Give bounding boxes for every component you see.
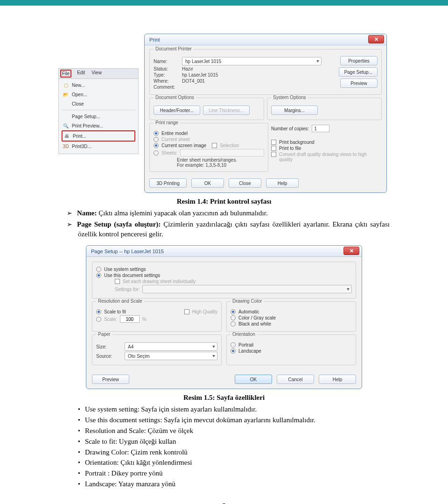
figure-print-dialog: File Edit View ▢New... 📂Open... Close Pa… [58, 34, 390, 193]
printer-select-value: hp LaserJet 1015 [185, 59, 221, 64]
note-item: Landscape: Yatay manzara yönü [86, 479, 390, 489]
group-document-options: Document Options Header/Footer... Line T… [149, 98, 264, 120]
header-footer-button[interactable]: Header/Footer... [154, 106, 200, 115]
group-settings-source: Use system settings Use this document se… [92, 262, 356, 298]
radio-use-system[interactable] [96, 267, 101, 272]
menu-item-label: Page Setup... [72, 114, 100, 119]
figure-caption-1: Resim 1.4: Print kontrol sayfası [58, 198, 390, 206]
paper-size-select[interactable]: A4 [125, 342, 217, 351]
menu-edit[interactable]: Edit [76, 70, 86, 78]
radio-entire-model[interactable] [154, 131, 159, 136]
settings-for-select [142, 285, 352, 293]
ok-button[interactable]: OK [235, 375, 272, 384]
copies-input[interactable]: 1 [312, 125, 329, 132]
titlebar[interactable]: Page Setup -- hp LaserJet 1015 ✕ [86, 246, 362, 257]
label-automatic: Automatic [238, 309, 259, 314]
3d-printing-button[interactable]: 3D Printing [149, 178, 187, 188]
note-item: Orientation: Çıktı kâğıt yönlendirmesi [86, 458, 390, 468]
titlebar[interactable]: Print ✕ [145, 34, 386, 45]
radio-current-screen[interactable] [154, 143, 159, 148]
group-label: Drawing Color [231, 298, 264, 304]
printer-select[interactable]: hp LaserJet 1015 [182, 57, 322, 65]
new-icon: ▢ [63, 82, 69, 88]
close-button[interactable]: ✕ [343, 247, 359, 255]
close-button[interactable]: ✕ [368, 35, 384, 43]
group-document-printer: Document Printer Name: hp LaserJet 1015 … [149, 49, 382, 95]
radio-black-white[interactable] [231, 321, 236, 327]
menubar: File Edit View [59, 69, 138, 79]
radio-scale-to-fit[interactable] [96, 309, 101, 314]
menu-item-print3d[interactable]: 3DPrint3D... [62, 142, 135, 151]
properties-button[interactable]: Properties [340, 56, 378, 65]
radio-use-document[interactable] [96, 273, 101, 278]
menu-item-new[interactable]: ▢New... [62, 80, 135, 90]
menu-item-page-setup[interactable]: Page Setup... [62, 112, 135, 121]
scale-input[interactable] [120, 315, 140, 323]
menu-file[interactable]: File [60, 70, 71, 78]
label-comment: Comment: [154, 85, 179, 90]
radio-color-gray[interactable] [231, 315, 236, 320]
label-status: Status: [154, 66, 179, 71]
paper-source-select[interactable]: Oto Seçim [125, 352, 217, 360]
group-label: Resolution and Scale [96, 298, 144, 304]
figure-caption-2: Resim 1.5: Sayfa özellikleri [58, 394, 390, 402]
label-current-sheet: Current sheet [161, 137, 190, 142]
menu-item-print-preview[interactable]: 🔍Print Preview... [62, 121, 135, 130]
preview-button[interactable]: Preview [340, 78, 378, 88]
group-resolution-scale: Resolution and Scale Scale to fit High Q… [92, 301, 222, 332]
label-portrait: Portrait [238, 342, 253, 348]
help-button[interactable]: Help [319, 375, 356, 384]
close-file-icon [63, 100, 69, 107]
notes-list-1: Name: Çıktı alma işlemini yapacak olan y… [58, 208, 390, 239]
note-bold: Page Setup (sayfa oluştur): [77, 220, 161, 228]
menu-item-print[interactable]: 🖶Print... [62, 130, 135, 142]
line-thickness-button[interactable]: Line Thickness... [203, 106, 250, 115]
radio-scale[interactable] [96, 317, 101, 322]
label-source: Source: [96, 354, 122, 359]
label-percent: % [142, 317, 147, 322]
menu-item-close[interactable]: Close [62, 99, 135, 108]
note-item: Use system setting: Sayfa için sistem ay… [86, 405, 390, 414]
preview-button[interactable]: Preview [92, 375, 129, 384]
label-use-document: Use this document settings [104, 273, 160, 278]
label-landscape: Landscape [238, 348, 261, 354]
note-bold: Name: [77, 209, 97, 217]
checkbox-print-bg[interactable] [271, 140, 276, 145]
cancel-button[interactable]: Cancel [277, 375, 314, 384]
label-type: Type: [154, 72, 179, 78]
ok-button[interactable]: OK [191, 178, 224, 188]
label-print-file: Print to file [279, 146, 301, 151]
radio-landscape[interactable] [231, 348, 236, 354]
menu-item-label: New... [72, 83, 85, 88]
help-button[interactable]: Help [266, 178, 299, 188]
paper-source-value: Oto Seçim [128, 354, 150, 359]
group-paper: Paper Size: A4 Source: Oto Seçim [92, 334, 222, 365]
note-item: Page Setup (sayfa oluştur): Çizimlerin y… [78, 220, 390, 239]
group-drawing-color: Drawing Color Automatic Color / Gray sca… [226, 301, 356, 332]
page-setup-button[interactable]: Page Setup... [339, 67, 378, 77]
dialog-close-button[interactable]: Close [229, 178, 261, 188]
page-number: 5 [58, 502, 390, 504]
label-scale: Scale: [104, 317, 117, 322]
open-icon: 📂 [63, 91, 69, 98]
margins-button[interactable]: Margins... [271, 106, 318, 115]
top-accent-bar [0, 0, 448, 6]
checkbox-set-each [115, 279, 120, 284]
checkbox-print-file[interactable] [271, 146, 276, 151]
radio-portrait[interactable] [231, 342, 236, 348]
sheets-hint-2: For example: 1,3,5-8,10 [177, 163, 264, 168]
sheets-hint-1: Enter sheet numbers/ranges. [177, 157, 264, 163]
sheets-input [180, 149, 264, 156]
notes-list-2: Use system setting: Sayfa için sistem ay… [58, 405, 390, 489]
dialog-title: Print [149, 37, 160, 43]
checkbox-high-quality [184, 309, 189, 314]
group-label: Print range [154, 120, 180, 125]
page-setup-icon [63, 113, 69, 120]
group-print-range: Print range Entire model Current sheet C… [149, 123, 268, 172]
note-item: Resolution and Scale: Çözüm ve ölçek [86, 426, 390, 436]
menu-item-label: Open... [72, 92, 87, 97]
menu-item-label: Print... [73, 134, 86, 139]
menu-view[interactable]: View [91, 70, 103, 78]
radio-automatic[interactable] [231, 309, 236, 314]
menu-item-open[interactable]: 📂Open... [62, 90, 135, 99]
